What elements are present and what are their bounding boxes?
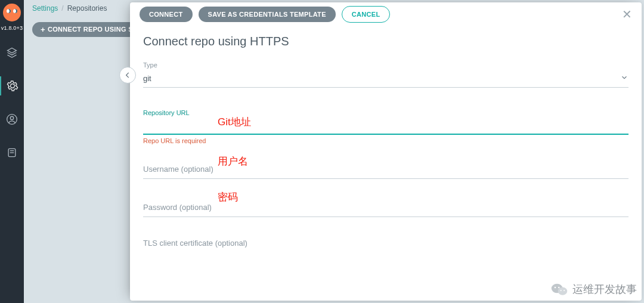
panel-header: CONNECT SAVE AS CREDENTIALS TEMPLATE CAN… <box>130 2 642 26</box>
app-version: v1.8.0+3 <box>1 25 23 31</box>
nav-item-settings[interactable] <box>0 76 24 95</box>
breadcrumb-separator: / <box>61 4 63 13</box>
layers-icon <box>6 47 18 58</box>
username-input[interactable]: Username (optional) <box>143 162 628 179</box>
password-input[interactable]: Password (optional) <box>143 200 628 217</box>
user-icon <box>6 113 18 125</box>
type-select[interactable]: git <box>143 71 628 88</box>
repo-url-label: Repository URL <box>143 109 628 116</box>
svg-point-7 <box>555 287 556 288</box>
tls-field: TLS client certificate (optional) <box>143 239 628 248</box>
svg-point-10 <box>564 290 565 291</box>
nav-item-docs[interactable] <box>0 143 24 162</box>
nav-item-user[interactable] <box>0 110 24 129</box>
annotation-password: 密码 <box>218 190 238 204</box>
book-icon <box>6 147 18 159</box>
breadcrumb-repositories: Repositories <box>67 4 107 13</box>
nav-item-stack[interactable] <box>0 43 24 62</box>
repo-url-field: Repository URL Repo URL is required <box>143 109 628 144</box>
username-field: Username (optional) <box>143 162 628 179</box>
repo-url-input[interactable] <box>143 119 628 135</box>
connect-repo-panel: CONNECT SAVE AS CREDENTIALS TEMPLATE CAN… <box>130 2 642 301</box>
gear-icon <box>7 80 18 92</box>
plus-icon: + <box>41 26 45 33</box>
type-field: Type git <box>143 61 628 88</box>
breadcrumb-settings[interactable]: Settings <box>32 4 58 13</box>
connect-button[interactable]: CONNECT <box>140 7 193 22</box>
panel-title: Connect repo using HTTPS <box>143 35 628 48</box>
connect-repo-ssh-label: CONNECT REPO USING SSH <box>48 26 143 33</box>
password-field: Password (optional) <box>143 200 628 217</box>
svg-point-1 <box>10 116 13 119</box>
wechat-icon <box>551 282 568 297</box>
type-label: Type <box>143 61 628 69</box>
annotation-username: 用户名 <box>218 154 248 168</box>
watermark: 运维开发故事 <box>551 282 637 297</box>
annotation-git-url: Git地址 <box>218 115 251 129</box>
svg-point-8 <box>558 287 559 288</box>
chevron-down-icon <box>620 73 628 84</box>
cancel-button[interactable]: CANCEL <box>342 6 391 23</box>
type-value: git <box>143 74 151 83</box>
watermark-text: 运维开发故事 <box>572 282 637 296</box>
scroll-left-fab[interactable] <box>119 67 136 84</box>
repo-url-error: Repo URL is required <box>143 137 628 144</box>
close-button[interactable]: ✕ <box>622 8 632 20</box>
close-icon: ✕ <box>622 8 632 21</box>
tls-label: TLS client certificate (optional) <box>143 239 628 248</box>
chevron-left-icon <box>123 71 132 79</box>
nav-rail: v1.8.0+3 <box>0 0 24 303</box>
svg-point-6 <box>558 287 568 295</box>
app-logo <box>3 4 21 21</box>
save-template-button[interactable]: SAVE AS CREDENTIALS TEMPLATE <box>199 7 336 22</box>
svg-point-9 <box>561 290 562 291</box>
